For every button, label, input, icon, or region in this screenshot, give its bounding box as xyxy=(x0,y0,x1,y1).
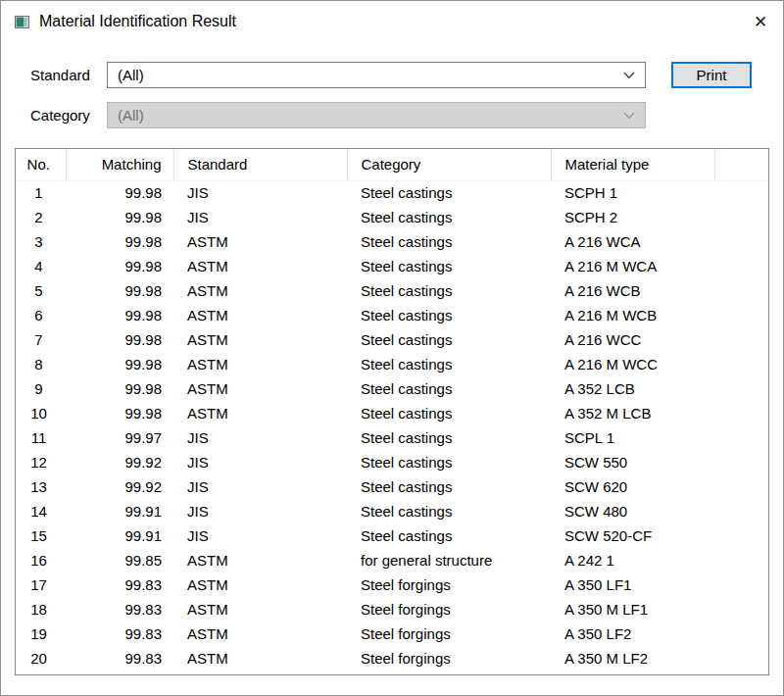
table-row[interactable]: 2099.83ASTMSteel forgingsA 350 M LF2 xyxy=(16,646,768,671)
table-row[interactable]: 399.98ASTMSteel castingsA 216 WCA xyxy=(16,229,768,254)
table-cell: 99.83 xyxy=(66,572,173,597)
table-header-row: No. Matching Standard Category Material … xyxy=(16,149,768,180)
table-cell: 18 xyxy=(16,597,66,621)
table-cell: 99.98 xyxy=(66,229,173,254)
table-cell: 20 xyxy=(16,646,66,671)
table-row[interactable]: 1799.83ASTMSteel forgingsA 350 LF1 xyxy=(16,572,768,597)
table-cell: 12 xyxy=(16,450,66,474)
table-cell: Steel castings xyxy=(347,205,551,229)
table-cell: A 216 WCB xyxy=(551,278,714,303)
table-cell: ASTM xyxy=(173,572,347,597)
table-cell: JIS xyxy=(173,180,347,205)
table-row[interactable]: 1399.92JISSteel castingsSCW 620 xyxy=(16,474,768,499)
table-cell: Steel forgings xyxy=(347,572,551,597)
category-combobox-value: (All) xyxy=(118,107,144,124)
standard-combobox[interactable]: (All) xyxy=(107,62,646,88)
titlebar[interactable]: Material Identification Result ✕ xyxy=(1,1,783,42)
table-cell: 16 xyxy=(16,548,66,572)
table-row[interactable]: 1599.91JISSteel castingsSCW 520-CF xyxy=(16,523,768,548)
table-cell: Steel castings xyxy=(347,278,551,303)
table-cell: JIS xyxy=(173,499,347,523)
print-button[interactable]: Print xyxy=(671,62,752,88)
table-cell: Steel castings xyxy=(347,180,551,205)
table-cell: 99.83 xyxy=(66,646,173,671)
table-cell: A 216 WCC xyxy=(551,327,714,352)
table-row[interactable]: 199.98JISSteel castingsSCPH 1 xyxy=(16,180,768,205)
table-cell: 13 xyxy=(16,474,66,499)
table-cell: ASTM xyxy=(173,646,347,671)
table-cell: A 216 M WCA xyxy=(551,254,714,278)
table-cell: Steel castings xyxy=(347,401,551,425)
table-cell: Steel castings xyxy=(347,303,551,327)
table-cell: 7 xyxy=(16,327,66,352)
table-cell: 99.91 xyxy=(66,523,173,548)
table-row[interactable]: 1699.85ASTMfor general structureA 242 1 xyxy=(16,548,768,572)
table-row[interactable]: 1199.97JISSteel castingsSCPL 1 xyxy=(16,425,768,450)
table-cell: ASTM xyxy=(173,597,347,621)
table-cell: 15 xyxy=(16,523,66,548)
table-cell: 99.98 xyxy=(66,327,173,352)
table-cell: 99.98 xyxy=(66,401,173,425)
table-row[interactable]: 699.98ASTMSteel castingsA 216 M WCB xyxy=(16,303,768,327)
table-cell: 99.98 xyxy=(66,352,173,376)
table-cell: Steel castings xyxy=(347,254,551,278)
table-cell: Steel castings xyxy=(347,352,551,376)
table-cell: A 242 1 xyxy=(551,548,714,572)
table-cell: 99.98 xyxy=(66,254,173,278)
table-cell: ASTM xyxy=(173,548,347,572)
table-cell: JIS xyxy=(173,425,347,450)
table-cell: Steel castings xyxy=(347,450,551,474)
table-cell: JIS xyxy=(173,523,347,548)
table-cell: 10 xyxy=(16,401,66,425)
table-row[interactable]: 1999.83ASTMSteel forgingsA 350 LF2 xyxy=(16,621,768,646)
table-cell: Steel forgings xyxy=(347,621,551,646)
table-cell: A 352 M LCB xyxy=(551,401,714,425)
table-cell: ASTM xyxy=(173,327,347,352)
table-row[interactable]: 499.98ASTMSteel castingsA 216 M WCA xyxy=(16,254,768,278)
table-row[interactable]: 1099.98ASTMSteel castingsA 352 M LCB xyxy=(16,401,768,425)
table-cell: 8 xyxy=(16,352,66,376)
table-cell: A 350 LF2 xyxy=(551,621,714,646)
close-button[interactable]: ✕ xyxy=(738,1,783,42)
table-cell: 99.85 xyxy=(66,548,173,572)
table-cell: 99.98 xyxy=(66,180,173,205)
table-row[interactable]: 999.98ASTMSteel castingsA 352 LCB xyxy=(16,376,768,401)
table-cell: JIS xyxy=(173,205,347,229)
table-cell: SCW 480 xyxy=(551,499,714,523)
table-row[interactable]: 1899.83ASTMSteel forgingsA 350 M LF1 xyxy=(16,597,768,621)
window-title: Material Identification Result xyxy=(39,13,738,30)
table-row[interactable]: 1499.91JISSteel castingsSCW 480 xyxy=(16,499,768,523)
table-cell: 11 xyxy=(16,425,66,450)
table-row[interactable]: 299.98JISSteel castingsSCPH 2 xyxy=(16,205,768,229)
column-header-material-type[interactable]: Material type xyxy=(551,149,714,180)
table-cell: Steel castings xyxy=(347,499,551,523)
table-row[interactable]: 1299.92JISSteel castingsSCW 550 xyxy=(16,450,768,474)
column-header-matching[interactable]: Matching xyxy=(66,149,173,180)
table-cell: ASTM xyxy=(173,278,347,303)
column-header-category[interactable]: Category xyxy=(347,149,551,180)
table-cell: Steel castings xyxy=(347,229,551,254)
app-icon xyxy=(15,16,29,28)
table-row[interactable]: 799.98ASTMSteel castingsA 216 WCC xyxy=(16,327,768,352)
material-identification-dialog: Material Identification Result ✕ Standar… xyxy=(0,0,784,696)
table-cell: Steel forgings xyxy=(347,646,551,671)
table-cell: 5 xyxy=(16,278,66,303)
table-cell: ASTM xyxy=(173,229,347,254)
table-cell: 99.97 xyxy=(66,425,173,450)
column-header-no[interactable]: No. xyxy=(16,149,66,180)
table-row[interactable]: 599.98ASTMSteel castingsA 216 WCB xyxy=(16,278,768,303)
table-cell: ASTM xyxy=(173,621,347,646)
column-header-filler xyxy=(714,149,768,180)
table-cell: SCW 620 xyxy=(551,474,714,499)
column-header-standard[interactable]: Standard xyxy=(173,149,347,180)
table-row[interactable]: 899.98ASTMSteel castingsA 216 M WCC xyxy=(16,352,768,376)
table-cell: SCPH 1 xyxy=(551,180,714,205)
table-cell: A 350 M LF2 xyxy=(551,646,714,671)
table-cell: ASTM xyxy=(173,303,347,327)
table-cell: 99.98 xyxy=(66,303,173,327)
table-cell: Steel castings xyxy=(347,474,551,499)
table-cell: ASTM xyxy=(173,254,347,278)
table-cell: JIS xyxy=(173,450,347,474)
table-cell: SCPL 1 xyxy=(551,425,714,450)
table-cell: Steel castings xyxy=(347,523,551,548)
